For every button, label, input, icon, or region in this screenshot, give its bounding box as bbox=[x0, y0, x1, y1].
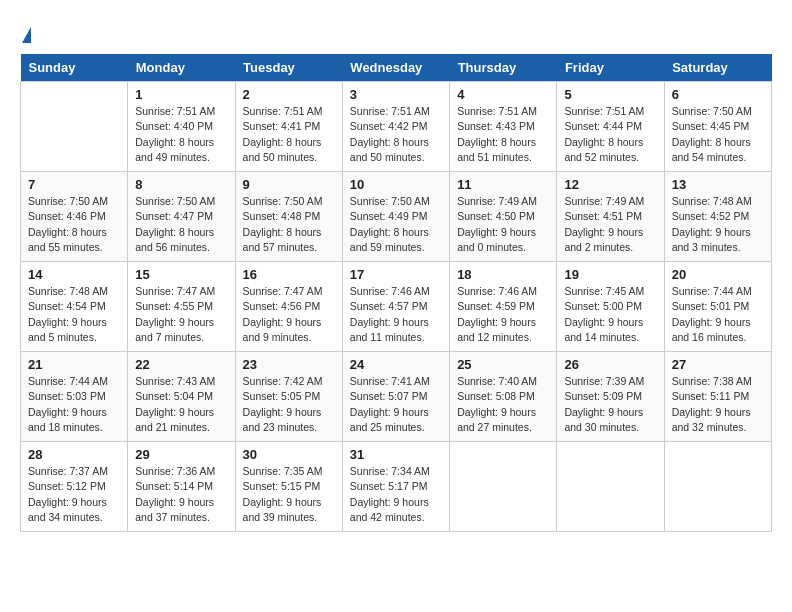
day-cell: 29Sunrise: 7:36 AMSunset: 5:14 PMDayligh… bbox=[128, 442, 235, 532]
day-cell: 17Sunrise: 7:46 AMSunset: 4:57 PMDayligh… bbox=[342, 262, 449, 352]
day-cell: 21Sunrise: 7:44 AMSunset: 5:03 PMDayligh… bbox=[21, 352, 128, 442]
header-cell-wednesday: Wednesday bbox=[342, 54, 449, 82]
day-cell: 5Sunrise: 7:51 AMSunset: 4:44 PMDaylight… bbox=[557, 82, 664, 172]
day-info: Sunrise: 7:51 AMSunset: 4:41 PMDaylight:… bbox=[243, 104, 335, 165]
day-cell: 9Sunrise: 7:50 AMSunset: 4:48 PMDaylight… bbox=[235, 172, 342, 262]
day-cell bbox=[21, 82, 128, 172]
day-info: Sunrise: 7:51 AMSunset: 4:40 PMDaylight:… bbox=[135, 104, 227, 165]
week-row-1: 1Sunrise: 7:51 AMSunset: 4:40 PMDaylight… bbox=[21, 82, 772, 172]
day-number: 6 bbox=[672, 87, 764, 102]
day-cell: 25Sunrise: 7:40 AMSunset: 5:08 PMDayligh… bbox=[450, 352, 557, 442]
day-cell: 19Sunrise: 7:45 AMSunset: 5:00 PMDayligh… bbox=[557, 262, 664, 352]
day-number: 14 bbox=[28, 267, 120, 282]
day-info: Sunrise: 7:34 AMSunset: 5:17 PMDaylight:… bbox=[350, 464, 442, 525]
header-row: SundayMondayTuesdayWednesdayThursdayFrid… bbox=[21, 54, 772, 82]
day-info: Sunrise: 7:36 AMSunset: 5:14 PMDaylight:… bbox=[135, 464, 227, 525]
day-number: 1 bbox=[135, 87, 227, 102]
day-cell: 30Sunrise: 7:35 AMSunset: 5:15 PMDayligh… bbox=[235, 442, 342, 532]
day-cell: 14Sunrise: 7:48 AMSunset: 4:54 PMDayligh… bbox=[21, 262, 128, 352]
header-cell-saturday: Saturday bbox=[664, 54, 771, 82]
day-cell: 6Sunrise: 7:50 AMSunset: 4:45 PMDaylight… bbox=[664, 82, 771, 172]
day-number: 28 bbox=[28, 447, 120, 462]
day-cell: 8Sunrise: 7:50 AMSunset: 4:47 PMDaylight… bbox=[128, 172, 235, 262]
day-cell: 24Sunrise: 7:41 AMSunset: 5:07 PMDayligh… bbox=[342, 352, 449, 442]
day-info: Sunrise: 7:51 AMSunset: 4:44 PMDaylight:… bbox=[564, 104, 656, 165]
day-number: 10 bbox=[350, 177, 442, 192]
week-row-3: 14Sunrise: 7:48 AMSunset: 4:54 PMDayligh… bbox=[21, 262, 772, 352]
day-cell: 15Sunrise: 7:47 AMSunset: 4:55 PMDayligh… bbox=[128, 262, 235, 352]
day-info: Sunrise: 7:43 AMSunset: 5:04 PMDaylight:… bbox=[135, 374, 227, 435]
day-number: 30 bbox=[243, 447, 335, 462]
day-cell: 7Sunrise: 7:50 AMSunset: 4:46 PMDaylight… bbox=[21, 172, 128, 262]
day-number: 31 bbox=[350, 447, 442, 462]
day-number: 20 bbox=[672, 267, 764, 282]
day-info: Sunrise: 7:41 AMSunset: 5:07 PMDaylight:… bbox=[350, 374, 442, 435]
header-cell-friday: Friday bbox=[557, 54, 664, 82]
day-info: Sunrise: 7:46 AMSunset: 4:57 PMDaylight:… bbox=[350, 284, 442, 345]
week-row-4: 21Sunrise: 7:44 AMSunset: 5:03 PMDayligh… bbox=[21, 352, 772, 442]
day-number: 19 bbox=[564, 267, 656, 282]
day-cell: 2Sunrise: 7:51 AMSunset: 4:41 PMDaylight… bbox=[235, 82, 342, 172]
day-cell: 18Sunrise: 7:46 AMSunset: 4:59 PMDayligh… bbox=[450, 262, 557, 352]
day-info: Sunrise: 7:47 AMSunset: 4:56 PMDaylight:… bbox=[243, 284, 335, 345]
day-number: 29 bbox=[135, 447, 227, 462]
calendar-table: SundayMondayTuesdayWednesdayThursdayFrid… bbox=[20, 54, 772, 532]
day-info: Sunrise: 7:50 AMSunset: 4:46 PMDaylight:… bbox=[28, 194, 120, 255]
day-number: 13 bbox=[672, 177, 764, 192]
day-number: 22 bbox=[135, 357, 227, 372]
day-number: 21 bbox=[28, 357, 120, 372]
day-cell: 3Sunrise: 7:51 AMSunset: 4:42 PMDaylight… bbox=[342, 82, 449, 172]
day-number: 17 bbox=[350, 267, 442, 282]
week-row-2: 7Sunrise: 7:50 AMSunset: 4:46 PMDaylight… bbox=[21, 172, 772, 262]
day-cell bbox=[557, 442, 664, 532]
header-cell-thursday: Thursday bbox=[450, 54, 557, 82]
day-number: 2 bbox=[243, 87, 335, 102]
day-cell bbox=[664, 442, 771, 532]
day-info: Sunrise: 7:49 AMSunset: 4:50 PMDaylight:… bbox=[457, 194, 549, 255]
day-cell: 22Sunrise: 7:43 AMSunset: 5:04 PMDayligh… bbox=[128, 352, 235, 442]
day-cell: 31Sunrise: 7:34 AMSunset: 5:17 PMDayligh… bbox=[342, 442, 449, 532]
day-number: 12 bbox=[564, 177, 656, 192]
day-number: 24 bbox=[350, 357, 442, 372]
day-cell: 13Sunrise: 7:48 AMSunset: 4:52 PMDayligh… bbox=[664, 172, 771, 262]
day-number: 16 bbox=[243, 267, 335, 282]
day-info: Sunrise: 7:35 AMSunset: 5:15 PMDaylight:… bbox=[243, 464, 335, 525]
day-info: Sunrise: 7:45 AMSunset: 5:00 PMDaylight:… bbox=[564, 284, 656, 345]
day-info: Sunrise: 7:37 AMSunset: 5:12 PMDaylight:… bbox=[28, 464, 120, 525]
day-info: Sunrise: 7:49 AMSunset: 4:51 PMDaylight:… bbox=[564, 194, 656, 255]
day-number: 11 bbox=[457, 177, 549, 192]
day-info: Sunrise: 7:39 AMSunset: 5:09 PMDaylight:… bbox=[564, 374, 656, 435]
day-number: 15 bbox=[135, 267, 227, 282]
day-number: 7 bbox=[28, 177, 120, 192]
day-info: Sunrise: 7:38 AMSunset: 5:11 PMDaylight:… bbox=[672, 374, 764, 435]
day-cell: 11Sunrise: 7:49 AMSunset: 4:50 PMDayligh… bbox=[450, 172, 557, 262]
day-number: 5 bbox=[564, 87, 656, 102]
day-cell: 28Sunrise: 7:37 AMSunset: 5:12 PMDayligh… bbox=[21, 442, 128, 532]
day-info: Sunrise: 7:50 AMSunset: 4:45 PMDaylight:… bbox=[672, 104, 764, 165]
day-info: Sunrise: 7:40 AMSunset: 5:08 PMDaylight:… bbox=[457, 374, 549, 435]
day-info: Sunrise: 7:44 AMSunset: 5:01 PMDaylight:… bbox=[672, 284, 764, 345]
header-cell-tuesday: Tuesday bbox=[235, 54, 342, 82]
day-info: Sunrise: 7:46 AMSunset: 4:59 PMDaylight:… bbox=[457, 284, 549, 345]
day-info: Sunrise: 7:51 AMSunset: 4:43 PMDaylight:… bbox=[457, 104, 549, 165]
day-number: 3 bbox=[350, 87, 442, 102]
day-number: 8 bbox=[135, 177, 227, 192]
day-info: Sunrise: 7:51 AMSunset: 4:42 PMDaylight:… bbox=[350, 104, 442, 165]
day-cell: 4Sunrise: 7:51 AMSunset: 4:43 PMDaylight… bbox=[450, 82, 557, 172]
day-info: Sunrise: 7:47 AMSunset: 4:55 PMDaylight:… bbox=[135, 284, 227, 345]
header-cell-monday: Monday bbox=[128, 54, 235, 82]
day-cell: 1Sunrise: 7:51 AMSunset: 4:40 PMDaylight… bbox=[128, 82, 235, 172]
day-info: Sunrise: 7:50 AMSunset: 4:47 PMDaylight:… bbox=[135, 194, 227, 255]
page-header bbox=[20, 20, 772, 44]
logo bbox=[20, 20, 31, 44]
day-info: Sunrise: 7:50 AMSunset: 4:49 PMDaylight:… bbox=[350, 194, 442, 255]
day-cell: 26Sunrise: 7:39 AMSunset: 5:09 PMDayligh… bbox=[557, 352, 664, 442]
week-row-5: 28Sunrise: 7:37 AMSunset: 5:12 PMDayligh… bbox=[21, 442, 772, 532]
day-info: Sunrise: 7:48 AMSunset: 4:52 PMDaylight:… bbox=[672, 194, 764, 255]
day-cell: 16Sunrise: 7:47 AMSunset: 4:56 PMDayligh… bbox=[235, 262, 342, 352]
day-number: 25 bbox=[457, 357, 549, 372]
day-cell bbox=[450, 442, 557, 532]
day-info: Sunrise: 7:50 AMSunset: 4:48 PMDaylight:… bbox=[243, 194, 335, 255]
day-number: 26 bbox=[564, 357, 656, 372]
day-cell: 20Sunrise: 7:44 AMSunset: 5:01 PMDayligh… bbox=[664, 262, 771, 352]
